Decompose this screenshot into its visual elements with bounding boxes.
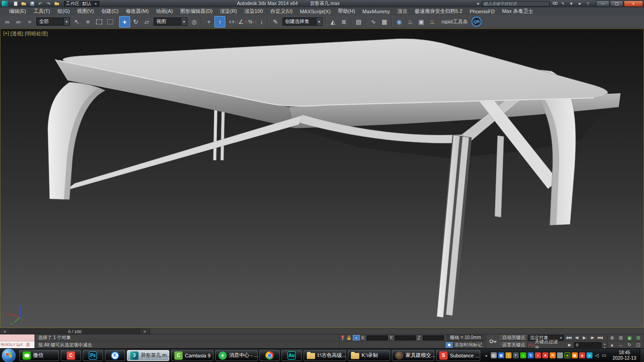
keyboard-indicator-icon[interactable]: ▤ <box>491 352 497 358</box>
maximize-viewport-toggle-icon[interactable]: ◳ <box>634 342 643 348</box>
volume-icon[interactable]: ◁ <box>594 352 600 358</box>
listener-macro-row[interactable] <box>0 334 34 341</box>
table-model[interactable] <box>48 39 621 319</box>
x-coordinate-field[interactable] <box>367 335 388 340</box>
align-icon[interactable]: ≣ <box>339 16 350 28</box>
desktop-manager-icon[interactable]: ▭ <box>601 352 607 358</box>
start-button[interactable] <box>2 349 16 362</box>
360-safe-icon[interactable]: × <box>535 352 541 358</box>
next-frame-button[interactable]: ▮▶ <box>588 335 596 341</box>
select-and-manipulate-icon[interactable]: + <box>203 16 214 28</box>
show-desktop-button[interactable] <box>640 349 644 362</box>
usb-safe-remove-icon[interactable]: ✓ <box>557 352 563 358</box>
previous-frame-button[interactable]: < <box>0 328 10 334</box>
use-pivot-center-icon[interactable]: ◎ <box>189 16 200 28</box>
search-icon[interactable] <box>552 1 558 6</box>
menu-help[interactable]: 帮助(H) <box>334 7 359 15</box>
zoom-extents-all-icon[interactable]: ⊞ <box>634 334 643 341</box>
application-menu-button[interactable] <box>2 0 10 7</box>
360-browser-icon[interactable]: ● <box>542 352 548 358</box>
material-editor-icon[interactable]: ◉ <box>394 16 405 28</box>
selection-filter-dropdown[interactable]: 全部 ▼ <box>36 17 70 26</box>
viewport-pov-menu[interactable]: [透视] <box>10 30 24 37</box>
toggle-key-button[interactable] <box>486 334 500 348</box>
key-mode-toggle[interactable]: ▮▶ <box>565 342 573 348</box>
taskbar-chrome[interactable] <box>259 350 280 361</box>
render-setup-icon[interactable]: ♨ <box>405 16 416 28</box>
viewport-general-menu[interactable]: [+] <box>3 30 10 37</box>
named-selection-sets-dropdown[interactable]: 创建选择集 ▼ <box>282 17 322 26</box>
menu-maxscript[interactable]: MAXScript(X) <box>296 7 334 15</box>
z-coordinate-field[interactable] <box>423 335 444 340</box>
flash-center-icon[interactable]: F <box>513 352 519 358</box>
security-alert-icon[interactable]: ! <box>506 352 512 358</box>
temp-monitor-icon[interactable]: ▲ <box>579 352 585 358</box>
absolute-offset-toggle[interactable]: × <box>353 335 360 340</box>
go-to-start-button[interactable]: ▮◀◀ <box>565 335 573 341</box>
taskbar-audition[interactable]: Au <box>282 350 302 361</box>
taskbar-folder-record[interactable]: K:\录制 <box>348 350 390 361</box>
menu-antivirus[interactable]: Max 杀毒卫士 <box>498 7 537 15</box>
mail-notifier-icon[interactable]: ✉ <box>550 352 556 358</box>
taskbar-photoshop[interactable]: Ps <box>83 350 103 361</box>
select-and-link-icon[interactable]: ∞ <box>2 16 13 28</box>
go-to-end-button[interactable]: ▶▶▮ <box>596 335 604 341</box>
communication-center-icon[interactable]: ✎ <box>560 1 566 6</box>
menu-renderbus[interactable]: 渲云 <box>394 7 411 15</box>
listener-script-row[interactable]: MAXScript 迷 <box>0 341 34 348</box>
track-bar[interactable] <box>150 328 644 334</box>
bind-to-spacewarp-icon[interactable]: ≈ <box>24 16 35 28</box>
minimize-button[interactable]: — <box>596 0 610 7</box>
taskbar-keyshot[interactable]: K <box>105 350 125 361</box>
menu-group[interactable]: 组(G) <box>54 7 74 15</box>
infocenter-collapse-icon[interactable]: ▶ <box>477 2 480 6</box>
taskbar-camtasia-recorder[interactable]: C <box>61 350 81 361</box>
menu-graph-editors[interactable]: 图形编辑器(D) <box>177 7 216 15</box>
menu-animation[interactable]: 动画(A) <box>152 7 177 15</box>
zoom-extents-icon[interactable]: ▣ <box>625 334 634 341</box>
selection-lock-icon[interactable] <box>346 335 351 340</box>
percent-snap-icon[interactable]: %∩ <box>248 16 257 28</box>
select-and-scale-icon[interactable]: ▱ <box>141 16 152 28</box>
project-folder-icon[interactable] <box>53 1 60 7</box>
taskbar-message-center[interactable]: e 消息中心 - ... <box>215 350 258 361</box>
taskbar-substance[interactable]: S Substance ... <box>436 350 480 361</box>
schematic-view-icon[interactable]: ▦ <box>379 16 390 28</box>
set-key-button[interactable]: 设置关键点 <box>500 342 528 348</box>
rendered-frame-window-icon[interactable]: ▣ <box>416 16 427 28</box>
menu-modifiers[interactable]: 修改器(M) <box>122 7 153 15</box>
taskbar-qq-group[interactable]: 家具建模交... <box>392 350 434 361</box>
window-crossing-icon[interactable] <box>104 16 115 28</box>
wechat-tray-icon[interactable]: • <box>520 352 526 358</box>
restore-button[interactable]: ▢ <box>610 0 623 7</box>
pan-view-icon[interactable]: ↔ <box>616 342 625 348</box>
unlink-selection-icon[interactable]: ∞ <box>13 16 24 28</box>
screen-capture-icon[interactable]: ▣ <box>572 352 578 358</box>
selection-lock-pin-icon[interactable] <box>340 335 345 340</box>
nvidia-settings-icon[interactable]: ◉ <box>564 352 570 358</box>
select-and-rotate-icon[interactable]: ↻ <box>130 16 141 28</box>
angle-snap-icon[interactable]: ∠∩ <box>238 16 248 28</box>
menu-maxmummy[interactable]: MaxMummy <box>359 7 394 15</box>
next-frame-button[interactable]: > <box>140 328 150 334</box>
taskbar-camtasia9[interactable]: C Camtasia 9 <box>171 350 213 361</box>
maxscript-mini-listener[interactable]: MAXScript 迷 <box>0 334 35 348</box>
show-hidden-icons-button[interactable]: ▴ <box>483 352 489 358</box>
menu-rendering[interactable]: 渲染(R) <box>216 7 241 15</box>
menu-tools[interactable]: 工具(T) <box>30 7 54 15</box>
mirror-icon[interactable]: ◭ <box>328 16 339 28</box>
render-production-icon[interactable]: ♨ <box>427 16 438 28</box>
taskbar-clock[interactable]: 18:45 2020-12-13 <box>609 350 640 361</box>
viewport-shading-menu[interactable]: [明暗处理] <box>24 30 48 37</box>
favorites-icon[interactable]: ★ <box>576 1 583 6</box>
menu-views[interactable]: 视图(V) <box>74 7 98 15</box>
help-icon[interactable]: ? <box>585 1 591 6</box>
edit-named-selection-sets-icon[interactable]: ✎ <box>270 16 281 28</box>
qr-button[interactable]: QR <box>472 17 482 27</box>
auto-key-button[interactable]: 自动关键点 <box>500 335 528 341</box>
taskbar-folder-gucai[interactable]: I:\古色高级... <box>304 350 346 361</box>
keyboard-shortcut-override-icon[interactable]: ↑ <box>214 16 225 28</box>
taskbar-wechat[interactable]: 微信 <box>19 350 59 361</box>
open-file-icon[interactable] <box>20 1 27 7</box>
pc-manager-icon[interactable]: ▦ <box>498 352 504 358</box>
